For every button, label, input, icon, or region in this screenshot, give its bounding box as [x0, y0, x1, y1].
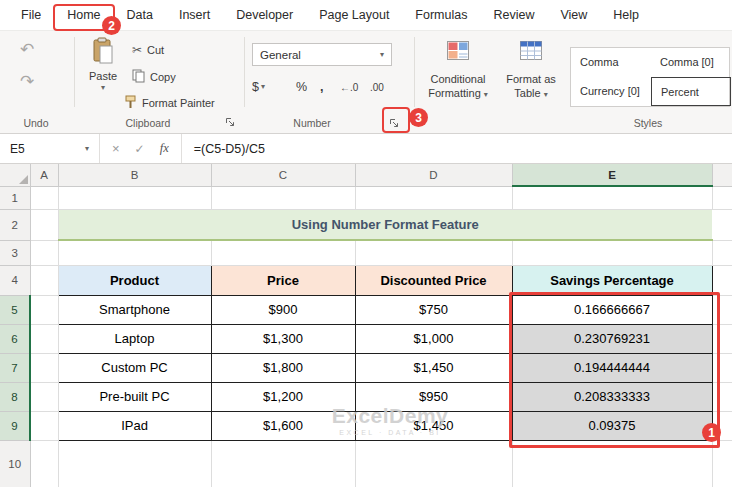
cell-B5[interactable]: Smartphone: [58, 295, 211, 324]
col-header-partial[interactable]: [712, 164, 732, 186]
tab-help[interactable]: Help: [600, 0, 652, 30]
paste-button[interactable]: Paste ▾: [80, 37, 126, 113]
cell-B6[interactable]: Laptop: [58, 324, 211, 353]
row-header-7[interactable]: 7: [0, 353, 30, 382]
ribbon: ↶ ↷ Undo Paste ▾ ✂ Cut: [0, 30, 732, 134]
copy-button[interactable]: Copy: [132, 69, 176, 85]
cell-B4[interactable]: Product: [58, 265, 211, 295]
cut-button[interactable]: ✂ Cut: [132, 43, 164, 57]
row-header-10[interactable]: 10: [0, 440, 30, 487]
number-format-dropdown[interactable]: General ▾: [252, 43, 392, 66]
cell-B7[interactable]: Custom PC: [58, 353, 211, 382]
cell[interactable]: [211, 240, 355, 265]
cell[interactable]: [355, 186, 512, 209]
scissors-icon: ✂: [132, 43, 142, 57]
row-header-3[interactable]: 3: [0, 240, 30, 265]
cell[interactable]: [30, 295, 58, 324]
cell-C6[interactable]: $1,300: [211, 324, 355, 353]
cell[interactable]: [30, 353, 58, 382]
cell[interactable]: [712, 240, 732, 265]
cell[interactable]: [30, 240, 58, 265]
cell[interactable]: [712, 209, 732, 240]
row-header-8[interactable]: 8: [0, 382, 30, 411]
format-as-table-button[interactable]: Format as Table ▾: [498, 35, 564, 115]
cell[interactable]: [512, 186, 712, 209]
tab-file[interactable]: File: [8, 0, 54, 30]
cell[interactable]: [58, 186, 211, 209]
col-header-E[interactable]: E: [512, 164, 712, 186]
col-header-C[interactable]: C: [211, 164, 355, 186]
cell[interactable]: [30, 209, 58, 240]
row-header-5[interactable]: 5: [0, 295, 30, 324]
row-header-6[interactable]: 6: [0, 324, 30, 353]
cell-C7[interactable]: $1,800: [211, 353, 355, 382]
cell-E4[interactable]: Savings Percentage: [512, 265, 712, 295]
cell-C8[interactable]: $1,200: [211, 382, 355, 411]
cell[interactable]: [712, 265, 732, 295]
accounting-format-button[interactable]: $ ▾: [252, 77, 265, 97]
conditional-formatting-button[interactable]: Conditional Formatting ▾: [420, 35, 496, 115]
sheet-title-cell[interactable]: Using Number Format Feature: [58, 209, 712, 240]
enter-icon[interactable]: ✓: [135, 142, 145, 156]
cell-B9[interactable]: IPad: [58, 411, 211, 440]
style-comma[interactable]: Comma: [571, 48, 651, 77]
cell-C4[interactable]: Price: [211, 265, 355, 295]
row-header-1[interactable]: 1: [0, 186, 30, 209]
format-painter-button[interactable]: Format Painter: [124, 95, 215, 111]
tab-data[interactable]: Data: [114, 0, 166, 30]
cell[interactable]: [30, 411, 58, 440]
name-box[interactable]: E5 ▾: [0, 134, 100, 163]
tab-view[interactable]: View: [547, 0, 600, 30]
tab-review[interactable]: Review: [480, 0, 547, 30]
increase-decimal-button[interactable]: ←.0: [340, 77, 358, 97]
cell-B8[interactable]: Pre-built PC: [58, 382, 211, 411]
cell[interactable]: [30, 265, 58, 295]
style-currency-0[interactable]: Currency [0]: [571, 77, 651, 106]
formula-bar-buttons: × ✓ fx: [100, 134, 182, 163]
cell-D6[interactable]: $1,000: [355, 324, 512, 353]
style-percent[interactable]: Percent: [651, 77, 731, 106]
col-header-D[interactable]: D: [355, 164, 512, 186]
row-header-4[interactable]: 4: [0, 265, 30, 295]
select-all-corner[interactable]: [0, 164, 30, 186]
row-header-2[interactable]: 2: [0, 209, 30, 240]
undo-icon[interactable]: ↶: [20, 41, 34, 58]
tab-formulas[interactable]: Formulas: [402, 0, 480, 30]
formula-input[interactable]: =(C5-D5)/C5: [182, 134, 265, 163]
cell[interactable]: [30, 382, 58, 411]
col-header-A[interactable]: A: [30, 164, 58, 186]
cell[interactable]: [30, 324, 58, 353]
col-header-B[interactable]: B: [58, 164, 211, 186]
cell[interactable]: [30, 440, 58, 487]
tab-page-layout[interactable]: Page Layout: [306, 0, 402, 30]
cell-D9[interactable]: $1,450: [355, 411, 512, 440]
cell[interactable]: [211, 440, 355, 487]
cell[interactable]: [58, 440, 211, 487]
cell-D7[interactable]: $1,450: [355, 353, 512, 382]
cell[interactable]: [58, 240, 211, 265]
tab-developer[interactable]: Developer: [223, 0, 306, 30]
cell-D4[interactable]: Discounted Price: [355, 265, 512, 295]
styles-group-label: Styles: [608, 117, 688, 129]
row-header-9[interactable]: 9: [0, 411, 30, 440]
cell[interactable]: [30, 186, 58, 209]
insert-function-icon[interactable]: fx: [160, 141, 169, 156]
clipboard-dialog-launcher-icon[interactable]: [222, 114, 238, 130]
style-comma-0[interactable]: Comma [0]: [651, 48, 731, 77]
redo-icon[interactable]: ↷: [20, 73, 34, 90]
cell-C9[interactable]: $1,600: [211, 411, 355, 440]
cell[interactable]: [355, 440, 512, 487]
cell-C5[interactable]: $900: [211, 295, 355, 324]
comma-style-button[interactable]: ,: [320, 77, 323, 97]
cell-D8[interactable]: $950: [355, 382, 512, 411]
cell-D5[interactable]: $750: [355, 295, 512, 324]
cancel-icon[interactable]: ×: [112, 141, 120, 156]
percent-style-button[interactable]: %: [296, 77, 307, 97]
cell[interactable]: [355, 240, 512, 265]
cell[interactable]: [712, 186, 732, 209]
chevron-down-icon: ▾: [261, 83, 265, 91]
decrease-decimal-button[interactable]: .00: [370, 77, 384, 97]
cell[interactable]: [211, 186, 355, 209]
cell[interactable]: [512, 240, 712, 265]
tab-insert[interactable]: Insert: [166, 0, 223, 30]
